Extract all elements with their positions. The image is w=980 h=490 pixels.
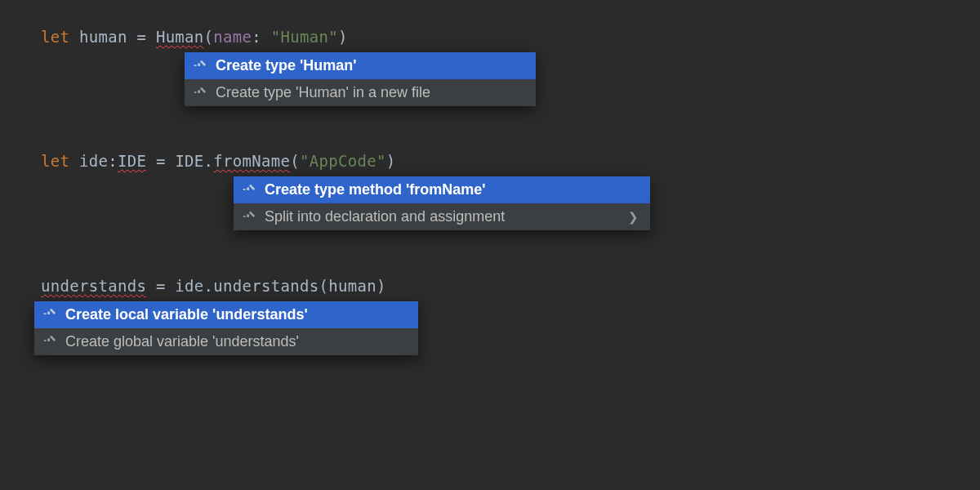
variable-ide: ide [79, 152, 108, 170]
pencil-icon [242, 210, 256, 225]
code-line-3[interactable]: understands = ide.understands(human) [41, 274, 939, 298]
pencil-icon [193, 59, 207, 74]
intention-label: Create type 'Human' [216, 57, 524, 74]
variable-human: human [79, 28, 127, 46]
type-human-error[interactable]: Human [156, 28, 204, 46]
keyword-let: let [41, 28, 69, 46]
intention-create-local-var[interactable]: Create local variable 'understands' [34, 301, 418, 328]
keyword-let: let [41, 152, 69, 170]
code-line-2[interactable]: let ide:IDE = IDE.fromName("AppCode") [41, 149, 939, 173]
pencil-icon [42, 334, 57, 349]
intention-label: Split into declaration and assignment [265, 208, 612, 225]
intention-split-declaration[interactable]: Split into declaration and assignment ❯ [234, 203, 650, 230]
intention-label: Create type method 'fromName' [265, 181, 639, 198]
intention-label: Create type 'Human' in a new file [216, 84, 524, 101]
intention-label: Create local variable 'understands' [65, 306, 407, 323]
method-fromname-error[interactable]: fromName [213, 152, 290, 170]
code-line-1[interactable]: let human = Human(name: "Human") [41, 24, 939, 49]
pencil-icon [242, 183, 256, 198]
type-ide: IDE [175, 152, 203, 170]
intention-label: Create global variable 'understands' [65, 333, 407, 350]
intention-popup-1: Create type 'Human' Create type 'Human' … [185, 52, 536, 106]
variable-understands-error[interactable]: understands [41, 277, 146, 295]
intention-popup-3: Create local variable 'understands' Crea… [34, 301, 418, 355]
pencil-icon [42, 307, 57, 322]
intention-create-type-new-file[interactable]: Create type 'Human' in a new file [185, 79, 536, 106]
arg-human: human [328, 277, 376, 295]
intention-create-global-var[interactable]: Create global variable 'understands' [34, 328, 418, 355]
method-understands: understands [213, 277, 318, 295]
chevron-right-icon: ❯ [628, 210, 639, 225]
variable-ide: ide [175, 277, 203, 295]
code-block-2: let ide:IDE = IDE.fromName("AppCode") Cr… [41, 149, 939, 173]
pencil-icon [193, 86, 207, 100]
code-block-1: let human = Human(name: "Human") Create … [41, 24, 939, 49]
param-name: name [213, 28, 252, 46]
intention-popup-2: Create type method 'fromName' Split into… [234, 176, 650, 230]
string-appcode: "AppCode" [300, 152, 386, 170]
type-ide-error[interactable]: IDE [118, 152, 146, 170]
string-human: "Human" [271, 28, 338, 46]
code-block-3: understands = ide.understands(human) Cre… [41, 274, 939, 298]
intention-create-method[interactable]: Create type method 'fromName' [234, 176, 650, 203]
intention-create-type[interactable]: Create type 'Human' [185, 52, 536, 79]
